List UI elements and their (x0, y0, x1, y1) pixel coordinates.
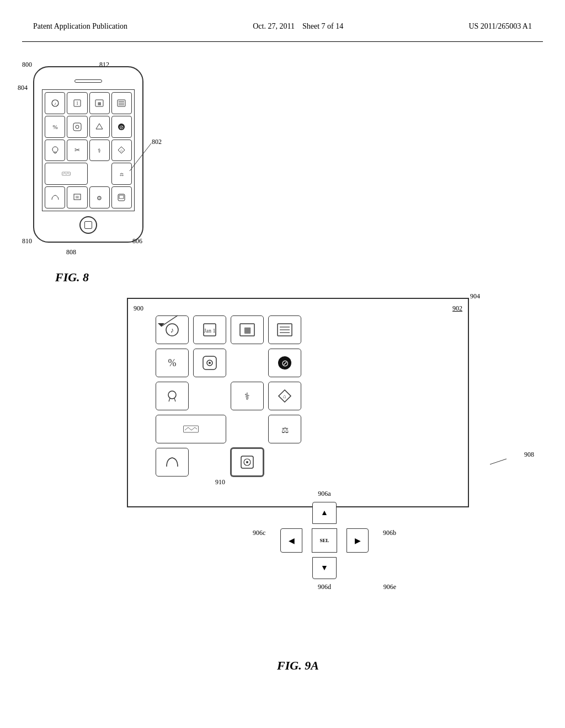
phone-home-button (79, 216, 97, 234)
label-906c: 906c (253, 529, 265, 537)
phone-icon-3: ▦ (89, 92, 110, 114)
svg-text:⌂: ⌂ (120, 148, 122, 153)
label-802: 802 (152, 138, 162, 146)
remote-icon-empty4 (193, 448, 226, 477)
svg-rect-26 (119, 195, 124, 199)
phone-icon-18 (111, 186, 132, 208)
phone-icon-11: ⚕ (89, 140, 110, 162)
remote-icon-empty2 (193, 382, 226, 410)
svg-line-47 (169, 398, 170, 402)
svg-rect-51 (184, 426, 199, 432)
fig9a-outer: 904 900 902 ♪ Jan 1 ▦ (127, 298, 469, 507)
phone-speaker (74, 79, 102, 83)
svg-text:⚕: ⚕ (244, 391, 250, 402)
fig9a-caption: FIG. 9A (277, 659, 319, 673)
label-808: 808 (66, 248, 76, 256)
remote-icon-10: ⌂ (268, 382, 301, 410)
label-906b: 906b (383, 529, 396, 537)
remote-icon-empty3 (231, 415, 264, 443)
remote-icon-14-selected (231, 448, 264, 477)
header-right: US 2011/265003 A1 (468, 22, 532, 31)
svg-text:1: 1 (76, 101, 78, 106)
svg-line-28 (161, 315, 178, 326)
svg-text:Jan 1: Jan 1 (204, 328, 216, 334)
phone-icon-empty (89, 163, 110, 185)
phone-icon-6 (67, 116, 87, 138)
phone-icon-10: ✂ (67, 140, 87, 162)
label-804: 804 (18, 84, 28, 92)
phone-icon-8: ⊘ (111, 116, 132, 138)
remote-screen: 900 902 ♪ Jan 1 ▦ (127, 298, 469, 507)
phone-icon-5: % (45, 116, 65, 138)
header-left: Patent Application Publication (33, 22, 127, 31)
svg-text:⚕: ⚕ (98, 147, 101, 154)
svg-text:⚙: ⚙ (97, 195, 102, 201)
svg-point-12 (76, 125, 79, 129)
remote-icon-9: ⚕ (231, 382, 264, 410)
svg-line-48 (174, 398, 175, 402)
fig8-caption: FIG. 8 (55, 270, 89, 285)
phone-home-inner (84, 221, 92, 229)
phone-icon-7 (89, 116, 110, 138)
phone-icon-12: ⌂ (111, 140, 132, 162)
svg-text:▦: ▦ (244, 326, 251, 334)
label-906e: 906e (383, 583, 396, 591)
phone-icon-1: ♪ (45, 92, 65, 114)
svg-text:⚖: ⚖ (120, 172, 124, 177)
svg-point-43 (209, 362, 211, 364)
remote-icons-area: ♪ Jan 1 ▦ % (128, 315, 468, 477)
arrow-900 (150, 310, 183, 332)
remote-icon-13 (156, 448, 189, 477)
fig8-phone-container: 800 812 804 ♪ 1 ▦ (33, 66, 143, 243)
phone-icon-4 (111, 92, 132, 114)
svg-text:⚖: ⚖ (281, 426, 289, 435)
label-800: 800 (22, 61, 32, 69)
remote-icon-2: Jan 1 (193, 315, 226, 344)
svg-line-53 (490, 459, 507, 464)
header-center: Oct. 27, 2011 Sheet 7 of 14 (253, 22, 343, 31)
remote-icon-12: ⚖ (268, 415, 301, 443)
dpad-right[interactable]: ▶ (347, 528, 369, 553)
svg-text:♪: ♪ (54, 101, 56, 106)
svg-text:%: % (168, 357, 177, 368)
phone-icon-16: ✉ (67, 186, 87, 208)
dpad-select[interactable]: SEL (312, 528, 337, 553)
dpad-left[interactable]: ◀ (280, 528, 302, 553)
svg-rect-11 (73, 123, 81, 131)
label-806: 806 (132, 237, 142, 245)
label-910: 910 (215, 478, 225, 486)
phone-icon-2: 1 (67, 92, 87, 114)
svg-text:✉: ✉ (76, 195, 79, 200)
svg-point-56 (246, 461, 248, 463)
label-906a: 906a (318, 490, 331, 498)
svg-point-46 (168, 391, 176, 399)
dpad-up[interactable]: ▲ (312, 502, 337, 524)
svg-text:%: % (52, 124, 57, 130)
header-divider (22, 41, 543, 42)
svg-text:⊘: ⊘ (281, 358, 289, 368)
svg-point-16 (52, 147, 58, 152)
phone-icon-14: ⚖ (111, 163, 132, 185)
remote-icon-5: % (156, 349, 189, 377)
remote-icon-8 (156, 382, 189, 410)
phone-icon-13 (45, 163, 88, 185)
remote-icon-4 (268, 315, 301, 344)
label-908: 908 (524, 451, 534, 459)
remote-icon-6 (193, 349, 226, 377)
svg-text:✂: ✂ (74, 146, 80, 154)
label-906d: 906d (318, 583, 331, 591)
svg-marker-13 (96, 124, 103, 129)
phone-screen: ♪ 1 ▦ % (42, 89, 135, 211)
svg-rect-20 (62, 172, 70, 175)
dpad-down[interactable]: ▼ (312, 557, 337, 579)
remote-icon-3: ▦ (231, 315, 264, 344)
svg-text:▦: ▦ (98, 101, 102, 106)
page-header: Patent Application Publication Oct. 27, … (0, 22, 565, 31)
remote-icon-11-wide (156, 415, 226, 443)
callout-908 (462, 453, 507, 470)
label-900: 900 (134, 304, 143, 313)
phone-icons-grid: ♪ 1 ▦ % (42, 90, 134, 211)
phone-icon-17: ⚙ (89, 186, 110, 208)
remote-icon-empty1 (231, 349, 264, 377)
phone-body: 804 ♪ 1 ▦ % (33, 66, 143, 243)
